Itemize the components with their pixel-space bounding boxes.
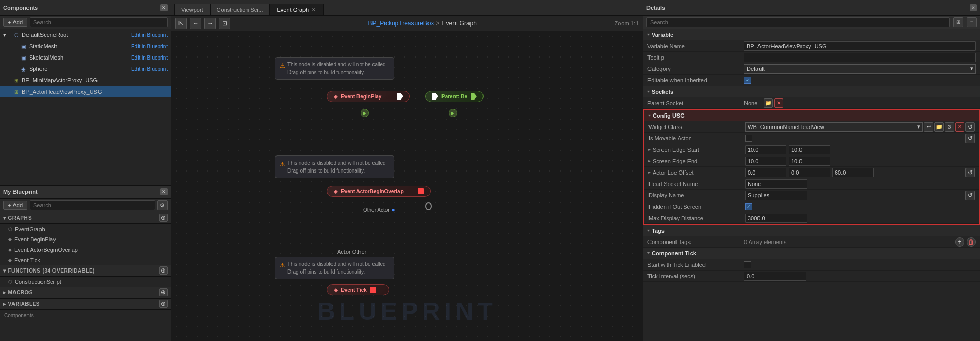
max-display-input[interactable] xyxy=(745,214,807,223)
canvas-area[interactable]: BLUEPRINT ⚠ This node is disabled and wi… xyxy=(171,31,643,341)
tags-add-btn[interactable]: + xyxy=(955,237,964,247)
head-socket-input[interactable] xyxy=(745,179,807,189)
details-grid-btn[interactable]: ⊞ xyxy=(953,17,963,27)
widget-class-reset-btn[interactable]: ↺ xyxy=(965,122,975,132)
edit-in-blueprint-link-3[interactable]: Edit in Blueprint xyxy=(131,66,168,72)
forward-btn[interactable]: → xyxy=(204,18,216,29)
socket-browse-btn[interactable]: 📁 xyxy=(764,98,773,108)
sockets-section-header[interactable]: ▾ Sockets xyxy=(643,86,980,97)
functions-section-header[interactable]: ▾ FUNCTIONS (34 OVERRIDABLE) ⊕ xyxy=(0,265,171,277)
my-blueprint-close-btn[interactable]: ✕ xyxy=(160,188,168,195)
movable-reset-btn[interactable]: ↺ xyxy=(965,134,975,143)
graph-item-construction-script[interactable]: ⬡ ConstructionScript xyxy=(0,277,171,287)
tags-section-header[interactable]: ▾ Tags xyxy=(643,225,980,236)
screen-edge-end-tri[interactable]: ▸ xyxy=(648,159,651,163)
warning-icon-1: ⚠ xyxy=(280,61,285,70)
graph-item-eventgraph[interactable]: ⬡ EventGraph xyxy=(0,224,171,234)
tree-item-static-mesh[interactable]: ▣ StaticMesh Edit in Blueprint xyxy=(0,40,171,52)
exec-btn-1[interactable]: ▶ xyxy=(361,109,369,117)
socket-clear-btn[interactable]: ✕ xyxy=(774,98,783,108)
screen-edge-start-tri[interactable]: ▸ xyxy=(648,147,651,152)
settings-btn[interactable]: ⚙ xyxy=(157,200,168,210)
actor-loc-x[interactable] xyxy=(745,168,786,177)
actor-overlap-icon: ◆ xyxy=(8,247,12,252)
variables-add-btn[interactable]: ⊕ xyxy=(159,300,168,308)
tick-interval-input[interactable] xyxy=(744,272,806,281)
actor-loc-y[interactable] xyxy=(789,168,830,177)
tab-viewport[interactable]: Viewport xyxy=(174,4,210,15)
my-blueprint-add-btn[interactable]: + Add xyxy=(3,201,27,210)
event-tick-node[interactable]: ◈ Event Tick xyxy=(327,284,389,295)
tab-event-graph-close[interactable]: ✕ xyxy=(311,7,317,13)
tags-delete-btn[interactable]: 🗑 xyxy=(967,237,976,247)
screen-edge-end-y[interactable] xyxy=(789,157,830,166)
details-title: Details xyxy=(646,5,967,11)
graph-item-begin-play[interactable]: ◆ Event BeginPlay xyxy=(0,234,171,245)
functions-add-btn[interactable]: ⊕ xyxy=(159,266,168,275)
widget-class-dropdown-arrow: ▾ xyxy=(917,123,920,130)
back-btn[interactable]: ← xyxy=(190,18,201,29)
my-blueprint-search-input[interactable] xyxy=(30,200,155,210)
down-pin[interactable] xyxy=(425,202,432,210)
variable-name-input[interactable] xyxy=(744,41,976,51)
macros-add-btn[interactable]: ⊕ xyxy=(159,288,168,296)
edit-in-blueprint-link-1[interactable]: Edit in Blueprint xyxy=(131,44,168,49)
tab-construction-script[interactable]: Construction Scr... xyxy=(210,4,270,15)
exec-out-pin-1[interactable] xyxy=(397,93,403,100)
graphs-section-header[interactable]: ▾ GRAPHS ⊕ xyxy=(0,212,171,224)
event-begin-play-node[interactable]: ◈ Event BeginPlay xyxy=(327,91,410,102)
graph-item-event-tick[interactable]: ◆ Event Tick xyxy=(0,255,171,265)
skeletal-mesh-icon: ▣ xyxy=(20,54,27,61)
graphs-add-btn[interactable]: ⊕ xyxy=(159,214,168,222)
start-tick-row: Start with Tick Enabled xyxy=(643,259,980,271)
nav-mode-btn[interactable]: ⇱ xyxy=(175,18,187,29)
hidden-out-screen-row: Hidden if Out Screen ✓ xyxy=(644,201,979,212)
start-tick-checkbox[interactable] xyxy=(744,261,751,268)
editable-checkbox[interactable]: ✓ xyxy=(744,77,751,84)
display-name-input[interactable] xyxy=(745,191,807,200)
screen-edge-start-x[interactable] xyxy=(745,145,786,154)
fit-btn[interactable]: ⊡ xyxy=(219,18,230,29)
details-list-btn[interactable]: ≡ xyxy=(967,17,977,27)
hidden-checkbox[interactable]: ✓ xyxy=(745,203,752,210)
event-actor-overlap-node[interactable]: ◈ Event ActorBeginOverlap xyxy=(327,186,431,197)
components-add-btn[interactable]: + Add xyxy=(3,18,27,27)
screen-edge-start-y[interactable] xyxy=(789,145,830,154)
actor-loc-z[interactable] xyxy=(832,168,874,177)
tree-item-default-scene-root[interactable]: ▾ ⬡ DefaultSceneRoot Edit in Blueprint xyxy=(0,29,171,40)
components-close-btn[interactable]: ✕ xyxy=(160,4,168,11)
parent-node[interactable]: Parent: Be xyxy=(425,91,484,102)
screen-edge-end-x[interactable] xyxy=(745,157,786,166)
category-dropdown[interactable]: Default ▾ xyxy=(744,64,976,74)
widget-class-dropdown[interactable]: WB_CommonNameHeadView ▾ xyxy=(745,122,923,132)
parent-socket-row: Parent Socket None 📁 ✕ xyxy=(643,97,980,109)
tree-item-skeletal-mesh[interactable]: ▣ SkeletalMesh Edit in Blueprint xyxy=(0,52,171,63)
tree-item-sphere[interactable]: ◉ Sphere Edit in Blueprint xyxy=(0,63,171,75)
other-actor-label: Other Actor ● xyxy=(363,206,395,214)
widget-class-browse-btn[interactable]: 📁 xyxy=(934,122,944,132)
widget-class-use-btn[interactable]: ⊙ xyxy=(945,122,954,132)
components-search-input[interactable] xyxy=(30,17,168,27)
tree-item-bp-actorhead[interactable]: ⊞ BP_ActorHeadViewProxy_USG xyxy=(0,86,171,97)
widget-class-nav-btn[interactable]: ↩ xyxy=(924,122,933,132)
tooltip-input[interactable] xyxy=(744,53,976,62)
details-close-btn[interactable]: ✕ xyxy=(970,4,977,11)
variable-section-header[interactable]: ▾ Variable xyxy=(643,29,980,40)
macros-section-header[interactable]: ▸ MACROS ⊕ xyxy=(0,287,171,299)
tab-event-graph[interactable]: Event Graph ✕ xyxy=(270,4,324,15)
tree-item-bp-minimap[interactable]: ⊞ BP_MiniMapActorProxy_USG xyxy=(0,75,171,86)
widget-class-clear-btn[interactable]: ✕ xyxy=(955,122,964,132)
actor-loc-tri[interactable]: ▸ xyxy=(648,170,651,175)
display-name-reset-btn[interactable]: ↺ xyxy=(965,191,975,200)
graph-item-actor-overlap[interactable]: ◆ Event ActorBeginOverlap xyxy=(0,245,171,255)
exec-btn-2[interactable]: ▶ xyxy=(449,109,457,117)
component-tick-section-header[interactable]: ▾ Component Tick xyxy=(643,248,980,259)
details-search-input[interactable] xyxy=(646,17,950,27)
movable-checkbox[interactable] xyxy=(745,135,752,142)
config-usg-section-header[interactable]: ▾ Config USG xyxy=(644,110,979,121)
sphere-icon: ◉ xyxy=(20,65,27,73)
variables-section-header[interactable]: ▸ VARIABLES ⊕ xyxy=(0,299,171,310)
actor-loc-reset-btn[interactable]: ↺ xyxy=(965,168,975,177)
edit-in-blueprint-link-0[interactable]: Edit in Blueprint xyxy=(131,32,168,38)
edit-in-blueprint-link-2[interactable]: Edit in Blueprint xyxy=(131,55,168,61)
